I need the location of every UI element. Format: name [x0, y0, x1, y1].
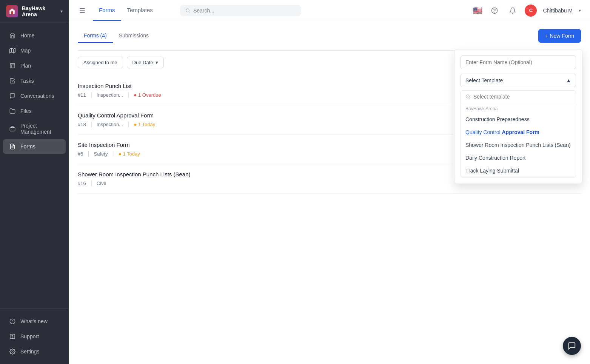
forms-icon [9, 143, 16, 150]
form-number: #16 [78, 180, 86, 186]
whats-new-icon [9, 318, 16, 325]
svg-line-18 [469, 98, 470, 99]
svg-point-13 [186, 9, 189, 12]
svg-point-11 [12, 338, 13, 338]
user-avatar[interactable]: C [525, 5, 537, 17]
form-item-info: Shower Room Inspection Punch Lists (Sean… [78, 171, 190, 187]
sidebar-item-files[interactable]: Files [3, 104, 66, 118]
select-template-label: Select Template [465, 77, 503, 83]
content-tabs: Forms (4) Submissions [78, 29, 155, 43]
sidebar-header[interactable]: BayHawk Arena ▾ [0, 0, 69, 23]
form-meta: #16 | Civil [78, 180, 190, 187]
sidebar-item-home[interactable]: Home [3, 28, 66, 43]
form-meta: #18 | Inspection... | ● 1 Today [78, 121, 155, 128]
template-dropdown-list: BayHawk Arena Construction Preparedness … [461, 90, 576, 177]
svg-rect-3 [10, 63, 15, 68]
alert-text: 1 Today [138, 122, 155, 127]
sidebar-item-label: Forms [20, 143, 35, 150]
alert-circle-icon: ● [134, 122, 137, 127]
sidebar-item-forms[interactable]: Forms [3, 139, 66, 154]
due-date-filter[interactable]: Due Date ▾ [127, 57, 164, 68]
sidebar-item-map[interactable]: Map [3, 43, 66, 58]
sidebar-item-label: Settings [20, 349, 40, 355]
form-item-info: Quality Control Approval Form #18 | Insp… [78, 112, 155, 128]
template-option-3[interactable]: Shower Room Inspection Punch Lists (Sean… [461, 139, 576, 151]
files-icon [9, 108, 16, 114]
alert-circle-icon: ● [119, 151, 122, 157]
form-alert: ● 1 Today [119, 151, 140, 157]
search-input[interactable] [193, 8, 296, 14]
alert-text: 1 Overdue [138, 92, 161, 98]
topbar-tab-templates[interactable]: Templates [121, 0, 159, 21]
form-title: Inspection Punch List [78, 83, 161, 89]
form-tag: Inspection... [97, 92, 123, 98]
form-meta: #11 | Inspection... | ● 1 Overdue [78, 91, 161, 98]
svg-point-12 [12, 351, 13, 352]
form-number: #5 [78, 151, 83, 157]
form-title: Quality Control Approval Form [78, 112, 155, 119]
chat-icon [568, 342, 576, 350]
new-form-dropdown: Select Template ▲ BayHawk Arena Construc… [454, 49, 582, 184]
sidebar-bottom: What's new Support Settings [0, 308, 69, 364]
chat-button[interactable] [563, 337, 581, 355]
help-button[interactable] [488, 5, 501, 17]
template-search-input[interactable] [473, 94, 571, 100]
topbar-tabs: Forms Templates [93, 0, 159, 21]
filter-label: Due Date [132, 60, 153, 65]
form-number: #18 [78, 122, 86, 127]
template-option-5[interactable]: Track Laying Submittal [461, 164, 576, 177]
topbar: ☰ Forms Templates 🇺🇸 C Chittibabu M ▾ [69, 0, 590, 21]
sidebar-item-label: Files [20, 108, 32, 114]
sidebar-item-settings[interactable]: Settings [3, 344, 66, 359]
user-chevron-icon: ▾ [579, 8, 581, 13]
dropdown-group-label: BayHawk Arena [461, 103, 576, 113]
sidebar-item-label: Plan [20, 63, 31, 69]
sidebar-item-label: Conversations [20, 93, 54, 99]
template-option-1[interactable]: Construction Preparedness [461, 113, 576, 126]
tab-forms[interactable]: Forms (4) [78, 29, 113, 43]
user-name[interactable]: Chittibabu M [543, 8, 573, 14]
svg-rect-4 [10, 128, 15, 131]
filter-label: Assigned to me [83, 60, 117, 65]
hamburger-button[interactable]: ☰ [78, 5, 87, 16]
template-option-2[interactable]: Quality Control Approval Form [461, 126, 576, 139]
form-title: Shower Room Inspection Punch Lists (Sean… [78, 171, 190, 177]
alert-circle-icon: ● [134, 92, 137, 98]
chevron-down-icon: ▾ [156, 60, 158, 65]
select-template-header[interactable]: Select Template ▲ [461, 74, 576, 87]
form-name-input[interactable] [461, 56, 576, 69]
form-tag: Inspection... [97, 122, 123, 127]
search-icon [185, 8, 190, 13]
template-options-list: Construction Preparedness Quality Contro… [461, 113, 576, 177]
sidebar-item-tasks[interactable]: Tasks [3, 74, 66, 88]
topbar-tab-forms[interactable]: Forms [93, 0, 121, 21]
form-item-info: Inspection Punch List #11 | Inspection..… [78, 83, 161, 98]
notifications-button[interactable] [507, 5, 519, 17]
sidebar-item-label: Tasks [20, 78, 34, 84]
new-form-button[interactable]: + New Form [538, 29, 581, 43]
template-search-bar[interactable] [461, 91, 576, 103]
project-icon [9, 125, 16, 132]
svg-marker-0 [10, 48, 15, 53]
sidebar-item-label: Support [20, 333, 39, 339]
home-icon [9, 32, 16, 39]
sidebar-item-conversations[interactable]: Conversations [3, 89, 66, 103]
sidebar-item-plan[interactable]: Plan [3, 59, 66, 73]
assigned-to-me-filter[interactable]: Assigned to me [78, 57, 123, 68]
sidebar-item-project-management[interactable]: Project Management [3, 119, 66, 139]
svg-point-17 [466, 95, 470, 98]
app-name: BayHawk Arena [22, 5, 57, 17]
topbar-search-bar[interactable] [180, 5, 301, 16]
tab-submissions[interactable]: Submissions [113, 29, 155, 43]
app-logo [6, 5, 18, 17]
sidebar-item-whats-new[interactable]: What's new [3, 314, 66, 329]
form-tag: Safety [94, 151, 108, 157]
option-highlight-text: Approval Form [502, 129, 539, 135]
sidebar-item-support[interactable]: Support [3, 329, 66, 344]
sidebar-nav: Home Map Plan Tasks Conversations [0, 23, 69, 308]
template-option-4[interactable]: Daily Construction Report [461, 151, 576, 164]
sidebar-item-label: Map [20, 48, 31, 54]
form-tag: Civil [97, 180, 106, 186]
language-flag-icon[interactable]: 🇺🇸 [473, 6, 482, 15]
sidebar: BayHawk Arena ▾ Home Map Plan Task [0, 0, 69, 364]
